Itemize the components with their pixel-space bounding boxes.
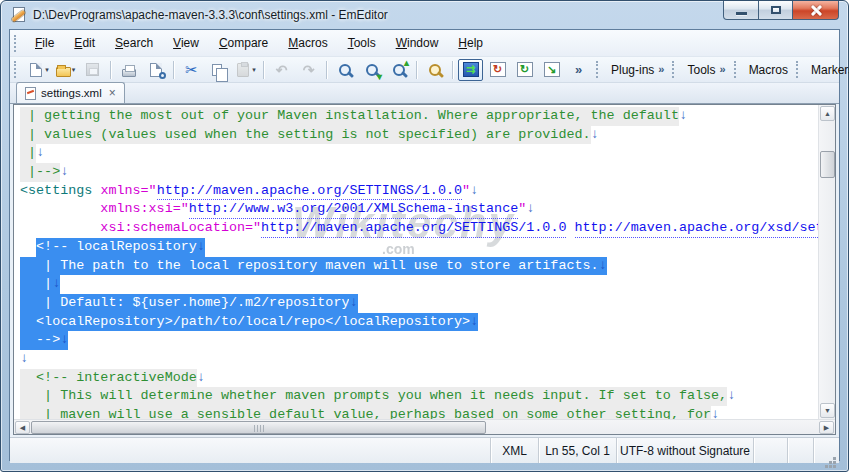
scroll-left-arrow[interactable]: ◀ xyxy=(15,421,30,434)
code-line[interactable]: xsi:schemaLocation="http://maven.apache.… xyxy=(20,219,818,238)
wrap-by-page-button[interactable]: ↘ xyxy=(539,59,564,81)
open-file-dropdown-arrow[interactable]: ▾ xyxy=(72,66,76,74)
code-segment xyxy=(20,219,100,238)
code-line[interactable]: | getting the most out of your Maven ins… xyxy=(20,107,818,126)
code-line[interactable]: | values (values used when the setting i… xyxy=(20,126,818,145)
group-chevron-icon[interactable]: » xyxy=(720,63,726,75)
menu-edit[interactable]: Edit xyxy=(64,32,105,54)
macros-toolbar-label[interactable]: Macros xyxy=(745,63,792,77)
code-segment: |--> xyxy=(20,163,60,182)
find-button[interactable] xyxy=(332,59,357,81)
menu-help[interactable]: Help xyxy=(448,32,493,54)
toolbar-gripper[interactable] xyxy=(596,61,601,78)
menubar-gripper[interactable] xyxy=(14,35,19,52)
open-file-button[interactable]: ▾ xyxy=(53,59,78,81)
print-preview-icon xyxy=(159,72,166,79)
code-line[interactable]: xmlns:xsi="http://www.w3.org/2001/XMLSch… xyxy=(20,200,818,219)
wrap-by-characters-button[interactable]: ↻ xyxy=(485,59,510,81)
menu-view[interactable]: View xyxy=(163,32,209,54)
toolbar-group-tools: Tools» xyxy=(668,61,729,78)
title-bar: D:\DevPrograms\apache-maven-3.3.3\conf\s… xyxy=(1,1,848,29)
code-line[interactable]: | This will determine whether maven prom… xyxy=(20,387,818,406)
toolbar-overflow-chevron[interactable]: » xyxy=(566,59,591,81)
horizontal-scrollbar[interactable]: ◀ ▶ xyxy=(14,419,835,434)
code-line[interactable]: <!-- interactiveMode↓ xyxy=(20,369,818,388)
client-area: FileEditSearchViewCompareMacrosToolsWind… xyxy=(9,29,840,461)
code-line[interactable]: |↓ xyxy=(20,275,818,294)
copy-button[interactable] xyxy=(206,59,231,81)
new-document-dropdown-arrow[interactable]: ▾ xyxy=(45,66,49,74)
no-wrap-button[interactable]: ⇉ xyxy=(458,59,483,81)
code-line[interactable]: <!-- localRepository↓ xyxy=(20,238,818,257)
menu-file[interactable]: File xyxy=(25,32,64,54)
code-segment: xmlns:xsi= xyxy=(100,200,180,219)
menu-search[interactable]: Search xyxy=(105,32,163,54)
tab-settings-xml[interactable]: settings.xml × xyxy=(16,82,125,103)
code-segment xyxy=(20,238,36,257)
emeditor-window: D:\DevPrograms\apache-maven-3.3.3\conf\s… xyxy=(0,0,849,472)
scroll-right-arrow[interactable]: ▶ xyxy=(819,421,834,434)
toolbar-gripper[interactable] xyxy=(796,61,801,78)
newline-mark: ↓ xyxy=(197,369,205,388)
code-line[interactable]: | The path to the local repository maven… xyxy=(20,257,818,276)
vertical-scrollbar[interactable]: ▲ ▼ xyxy=(818,105,835,419)
paste-dropdown-arrow[interactable]: ▾ xyxy=(252,66,256,74)
find-next-button[interactable]: ▾ xyxy=(359,59,384,81)
code-segment: http://maven.apache.org/xsd/settings-1.0… xyxy=(575,219,819,238)
markers-toolbar-label[interactable]: Markers xyxy=(807,63,849,77)
menu-macros[interactable]: Macros xyxy=(278,32,337,54)
find-in-files-button[interactable] xyxy=(422,59,447,81)
find-previous-button[interactable]: ▴ xyxy=(386,59,411,81)
tab-bar: settings.xml × xyxy=(10,83,839,104)
scroll-up-arrow[interactable]: ▲ xyxy=(820,106,835,121)
code-line[interactable]: |-->↓ xyxy=(20,163,818,182)
find-icon xyxy=(337,62,353,78)
toolbar-gripper[interactable] xyxy=(672,61,677,78)
paste-icon xyxy=(237,63,249,77)
cut-button[interactable]: ✂ xyxy=(179,59,204,81)
code-segment: " xyxy=(253,219,261,238)
scroll-down-arrow[interactable]: ▼ xyxy=(820,403,835,418)
toolbar-separator xyxy=(416,61,417,79)
tab-close-icon[interactable]: × xyxy=(109,88,116,98)
copy-icon xyxy=(212,64,222,76)
toolbar-separator xyxy=(110,61,111,79)
toolbar-separator xyxy=(263,61,264,79)
code-line[interactable]: |↓ xyxy=(20,144,818,163)
code-line[interactable]: ↓ xyxy=(20,350,818,369)
code-line[interactable]: -->↓ xyxy=(20,331,818,350)
new-document-button[interactable]: ▾ xyxy=(26,59,51,81)
toolbar-gripper[interactable] xyxy=(14,61,19,78)
minimize-icon xyxy=(736,12,747,15)
code-line[interactable]: <settings xmlns="http://maven.apache.org… xyxy=(20,182,818,201)
status-encoding: UTF-8 without Signature xyxy=(616,438,753,463)
code-segment: <!-- localRepository xyxy=(36,238,197,257)
menu-tools[interactable]: Tools xyxy=(338,32,386,54)
menu-compare[interactable]: Compare xyxy=(209,32,278,54)
close-button[interactable] xyxy=(793,1,839,20)
toolbar-gripper[interactable] xyxy=(734,61,739,78)
code-editor[interactable]: Wikitechy .com | getting the most out of… xyxy=(14,105,818,419)
code-line[interactable]: <localRepository>/path/to/local/repo</lo… xyxy=(20,313,818,332)
tools-toolbar-label[interactable]: Tools» xyxy=(683,63,729,77)
vertical-scroll-thumb[interactable] xyxy=(820,151,835,178)
code-line[interactable]: | Default: ${user.home}/.m2/repository↓ xyxy=(20,294,818,313)
toolbar-group-markers: Markers xyxy=(792,61,849,78)
maximize-icon xyxy=(771,6,781,14)
wrap-by-window-button[interactable]: ↻ xyxy=(512,59,537,81)
plug-ins-toolbar-label[interactable]: Plug-ins» xyxy=(607,63,668,77)
window-controls xyxy=(723,1,839,20)
maximize-button[interactable] xyxy=(759,1,793,20)
window-title: D:\DevPrograms\apache-maven-3.3.3\conf\s… xyxy=(33,8,388,22)
print-button[interactable] xyxy=(116,59,141,81)
print-preview-button[interactable] xyxy=(143,59,168,81)
resize-grip[interactable] xyxy=(813,438,839,463)
code-segment: | Default: ${user.home}/.m2/repository xyxy=(20,294,349,313)
print-icon xyxy=(122,69,136,77)
horizontal-scroll-thumb[interactable] xyxy=(31,421,486,434)
newline-mark: ↓ xyxy=(20,350,28,369)
minimize-button[interactable] xyxy=(723,1,759,20)
group-chevron-icon[interactable]: » xyxy=(658,63,664,75)
menu-window[interactable]: Window xyxy=(386,32,449,54)
code-line[interactable]: | maven will use a sensible default valu… xyxy=(20,406,818,419)
